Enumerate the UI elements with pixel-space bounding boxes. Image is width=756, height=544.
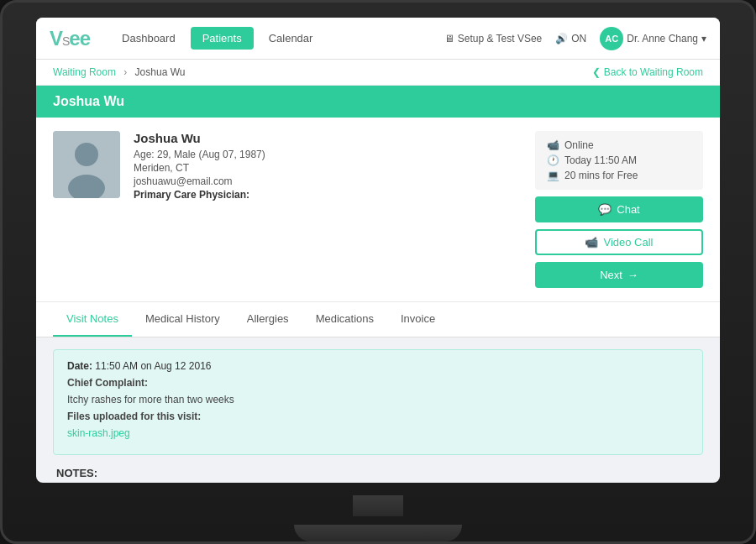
nav-patients[interactable]: Patients [191,27,254,50]
tab-allergies[interactable]: Allergies [234,302,302,337]
next-label: Next [600,269,622,281]
video-call-label: Video Call [603,236,653,248]
patient-name: Joshua Wu [134,131,522,145]
monitor-icon [444,33,454,44]
tv-monitor: VSee Dashboard Patients Calendar Setup &… [0,0,756,544]
doctor-name: Dr. Anne Chang [627,33,698,44]
video-icon: 📹 [585,236,598,248]
avatar: AC [600,27,623,50]
tv-stand-neck [353,495,403,516]
status-panel: 📹 Online 🕐 Today 11:50 AM 💻 20 mins for … [535,131,703,288]
tv-stand-base [294,525,462,541]
chief-complaint-value: Itchy rashes for more than two weeks [67,394,689,405]
visit-date-line: Date: 11:50 AM on Aug 12 2016 [67,360,689,372]
files-label: Files uploaded for this visit: [67,411,201,422]
notes-heading: NOTES: [56,467,700,479]
nav-dashboard[interactable]: Dashboard [110,27,187,50]
patient-email: joshuawu@email.com [134,175,522,187]
breadcrumb-patient: Joshua Wu [135,66,186,78]
chevron-down-icon: ▾ [701,33,706,44]
breadcrumb-waiting-room[interactable]: Waiting Room [53,66,116,78]
arrow-right-icon: → [627,269,638,281]
patient-physician: Primary Care Physician: [134,189,522,201]
patient-info: Joshua Wu Age: 29, Male (Aug 07, 1987) M… [134,131,522,202]
nav-calendar[interactable]: Calendar [257,27,325,50]
app-container: VSee Dashboard Patients Calendar Setup &… [36,18,720,483]
camera-icon: 📹 [547,139,559,151]
back-label: Back to Waiting Room [604,66,703,78]
online-status-row: 📹 Online [547,139,691,151]
patient-avatar-svg [53,131,120,198]
tv-screen: VSee Dashboard Patients Calendar Setup &… [36,18,720,483]
tab-visit-notes[interactable]: Visit Notes [53,302,132,337]
audio-toggle[interactable]: ON [555,33,586,44]
tab-invoice[interactable]: Invoice [387,302,449,337]
patient-header: Joshua Wu [36,86,720,118]
patient-age: Age: 29, Male (Aug 07, 1987) [134,149,522,160]
chevron-left-icon: ❮ [592,66,601,78]
breadcrumb-separator: › [123,66,127,78]
files-line: Files uploaded for this visit: [67,411,689,422]
navbar: VSee Dashboard Patients Calendar Setup &… [36,18,720,60]
patient-card: Joshua Wu Age: 29, Male (Aug 07, 1987) M… [36,118,720,302]
setup-label: Setup & Test VSee [458,33,543,44]
chat-label: Chat [617,203,639,216]
free-status-row: 💻 20 mins for Free [547,170,691,181]
main-content: Waiting Room › Joshua Wu ❮ Back to Waiti… [36,60,720,483]
next-button[interactable]: Next → [535,262,703,288]
tv-stand [294,495,462,541]
time-status-row: 🕐 Today 11:50 AM [547,154,691,166]
video-call-button[interactable]: 📹 Video Call [535,229,703,255]
file-link[interactable]: skin-rash.jpeg [67,427,130,439]
time-label: Today 11:50 AM [564,154,637,166]
audio-label: ON [571,33,586,44]
status-info: 📹 Online 🕐 Today 11:50 AM 💻 20 mins for … [535,131,703,190]
online-label: Online [564,139,594,151]
tab-medications[interactable]: Medications [302,302,387,337]
patient-header-name: Joshua Wu [53,94,703,109]
notes-section: NOTES: Past Medical History Heart diseas… [53,467,703,483]
patient-location: Meriden, CT [134,162,522,174]
speaker-icon [555,33,568,44]
chief-complaint-label: Chief Complaint: [67,377,148,389]
app-logo: VSee [50,27,90,50]
visit-notes-content: Date: 11:50 AM on Aug 12 2016 Chief Comp… [36,337,720,483]
breadcrumb: Waiting Room › Joshua Wu [53,66,185,78]
chat-icon: 💬 [598,203,612,216]
doctor-menu[interactable]: AC Dr. Anne Chang ▾ [600,27,706,50]
date-label: Date: [67,360,92,372]
tabs-bar: Visit Notes Medical History Allergies Me… [36,302,720,337]
nav-right: Setup & Test VSee ON AC Dr. Anne Chang ▾ [444,27,706,50]
chief-complaint-line: Chief Complaint: [67,377,689,389]
setup-vsee-link[interactable]: Setup & Test VSee [444,33,543,44]
nav-links: Dashboard Patients Calendar [110,27,444,50]
physician-label: Primary Care Physician: [134,189,249,201]
clock-icon: 🕐 [547,154,559,166]
breadcrumb-bar: Waiting Room › Joshua Wu ❮ Back to Waiti… [36,60,720,86]
svg-point-1 [75,143,98,166]
patient-photo [53,131,120,198]
visit-date-card: Date: 11:50 AM on Aug 12 2016 Chief Comp… [53,349,703,455]
chat-button[interactable]: 💬 Chat [535,196,703,222]
back-to-waiting-room-link[interactable]: ❮ Back to Waiting Room [592,66,703,78]
avatar-initials: AC [605,34,618,44]
screen-icon: 💻 [547,170,559,181]
free-label: 20 mins for Free [564,170,638,181]
tab-medical-history[interactable]: Medical History [132,302,234,337]
date-value: 11:50 AM on Aug 12 2016 [95,360,211,372]
